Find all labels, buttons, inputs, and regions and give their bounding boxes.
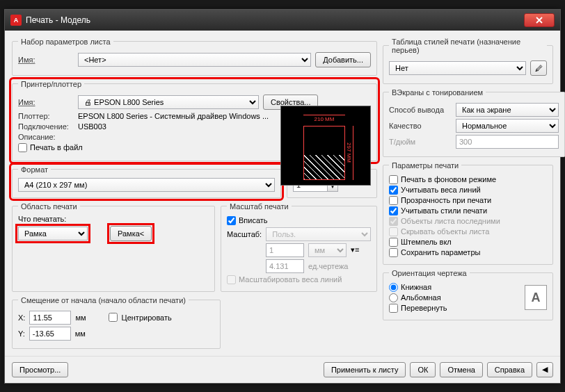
scale-lineweights-checkbox [227, 275, 236, 284]
page-name-select[interactable]: <Нет> [78, 53, 311, 67]
landscape-radio[interactable] [389, 293, 398, 302]
preview-button[interactable]: Просмотр... [12, 362, 68, 377]
save-changes-checkbox[interactable] [389, 248, 398, 257]
shade-output-label: Способ вывода [389, 106, 452, 114]
shade-output-select[interactable]: Как на экране [456, 103, 559, 117]
paperspace-checkbox [389, 217, 398, 226]
ok-button[interactable]: ОК [410, 362, 436, 377]
background-checkbox[interactable] [389, 175, 398, 184]
apply-button[interactable]: Применить к листу [324, 362, 406, 377]
paper-size-select[interactable]: A4 (210 x 297 мм) [18, 178, 275, 192]
offset-x-unit: мм [75, 313, 86, 322]
printer-name-label: Имя: [18, 98, 74, 106]
page-setup-group: Набор параметров листа Имя: <Нет> Добави… [12, 38, 377, 76]
window-title: Печать - Модель [26, 15, 524, 25]
cancel-button[interactable]: Отмена [440, 362, 482, 377]
chevron-left-icon: ◀ [542, 365, 548, 374]
connection-value: USB003 [78, 122, 106, 131]
offset-legend: Смещение от начала (начало области печат… [18, 296, 189, 304]
shaded-viewport-group: ВЭкраны с тонированием Способ выводаКак … [383, 88, 565, 157]
page-name-label: Имя: [18, 56, 74, 64]
offset-x-label: X: [18, 313, 25, 322]
offset-y-input[interactable] [29, 327, 71, 341]
printer-group: Принтер/плоттер Имя: 🖨 EPSON L800 Series… [12, 80, 377, 161]
plot-style-legend: Таблица стилей печати (назначение перьев… [389, 38, 547, 54]
collapse-button[interactable]: ◀ [536, 362, 553, 377]
pencil-icon: 🖉 [535, 64, 543, 72]
titlebar: A Печать - Модель [5, 10, 560, 31]
plot-scale-group: Масштаб печати Вписать Масштаб:Польз. мм… [221, 202, 377, 292]
dpi-label: Т/дюйм [389, 138, 452, 146]
paper-preview: 210 MM 297 MM [280, 106, 371, 186]
equals-icon: ▾≡ [351, 245, 359, 254]
fit-to-paper-checkbox[interactable] [227, 216, 236, 225]
printer-legend: Принтер/плоттер [18, 80, 84, 88]
scale-unit-select: мм [308, 243, 347, 257]
orientation-group: Ориентация чертежа Книжная Альбомная Пер… [383, 269, 553, 320]
plot-scale-legend: Масштаб печати [227, 202, 292, 211]
scale-drawing-input [266, 259, 304, 273]
offset-y-label: Y: [18, 329, 25, 338]
quality-label: Качество [389, 122, 452, 130]
plot-area-group: Область печати Что печатать: Рамка Рамка… [12, 202, 215, 292]
dpi-input [456, 135, 559, 149]
offset-x-input[interactable] [29, 311, 71, 325]
add-button[interactable]: Добавить... [315, 52, 371, 67]
plot-style-select[interactable]: Нет [389, 61, 526, 75]
paper-legend: Формат [18, 165, 51, 174]
plotter-value: EPSON L800 Series - Системный драйвер Wi… [78, 112, 269, 120]
stamp-checkbox[interactable] [389, 238, 398, 247]
printer-name-select[interactable]: 🖨 EPSON L800 Series [78, 95, 259, 109]
print-dialog: A Печать - Модель Набор параметров листа… [4, 9, 561, 384]
orientation-legend: Ориентация чертежа [389, 269, 470, 277]
center-checkbox[interactable] [109, 313, 118, 322]
center-label: Центрировать [122, 313, 172, 322]
shaded-legend: ВЭкраны с тонированием [389, 88, 486, 97]
drawing-unit-label: ед.чертежа [308, 262, 348, 270]
transparency-checkbox[interactable] [389, 196, 398, 205]
description-label: Описание: [18, 133, 74, 141]
offset-y-unit: мм [75, 329, 86, 338]
preview-height-dim: 297 MM [346, 126, 353, 180]
plot-options-group: Параметры печати Печать в фоновом режиме… [383, 161, 553, 265]
plot-options-legend: Параметры печати [389, 161, 461, 170]
plot-style-group: Таблица стилей печати (назначение перьев… [383, 38, 553, 84]
app-icon: A [10, 15, 22, 26]
offset-group: Смещение от начала (начало области печат… [12, 296, 221, 349]
footer: Просмотр... Применить к листу ОК Отмена … [5, 356, 560, 383]
lineweights-checkbox[interactable] [389, 186, 398, 195]
preview-width-dim: 210 MM [303, 115, 345, 122]
print-to-file-checkbox[interactable] [18, 143, 27, 152]
scale-lineweights-label: Масштабировать веса линий [239, 275, 342, 284]
plot-style-edit-button[interactable]: 🖉 [530, 60, 547, 76]
plot-area-legend: Область печати [18, 202, 80, 211]
hide-paperspace-checkbox [389, 227, 398, 236]
print-to-file-label: Печать в файл [30, 143, 83, 152]
close-icon [536, 17, 543, 24]
scale-units-input [266, 243, 304, 257]
fit-label: Вписать [239, 216, 268, 224]
plotter-label: Плоттер: [18, 112, 74, 120]
plot-area-select[interactable]: Рамка [18, 227, 88, 240]
close-button[interactable] [524, 13, 555, 27]
help-button[interactable]: Справка [487, 362, 532, 377]
scale-label: Масштаб: [227, 230, 262, 238]
plotstyles-checkbox[interactable] [389, 206, 398, 215]
page-setup-legend: Набор параметров листа [18, 38, 113, 46]
portrait-radio[interactable] [389, 283, 398, 292]
orientation-icon: A [525, 285, 547, 310]
scale-select: Польз. [266, 227, 371, 241]
quality-select[interactable]: Нормальное [456, 119, 559, 133]
connection-label: Подключение: [18, 122, 74, 131]
paper-size-group: Формат A4 (210 x 297 мм) [12, 165, 281, 198]
what-to-plot-label: Что печатать: [18, 215, 209, 223]
window-button[interactable]: Рамка< [110, 226, 152, 241]
copies-down[interactable]: ▼ [328, 185, 337, 191]
upside-down-checkbox[interactable] [389, 304, 398, 313]
